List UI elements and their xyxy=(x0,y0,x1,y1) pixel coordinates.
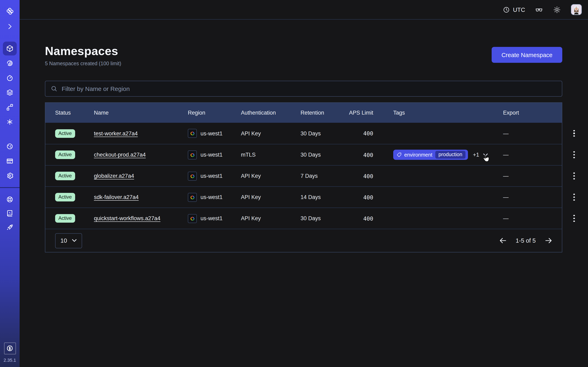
sidebar-nav-primary xyxy=(3,42,17,129)
sidebar-item-support[interactable] xyxy=(3,192,17,206)
next-page-button[interactable] xyxy=(544,236,553,245)
billing-card-icon xyxy=(6,157,14,165)
create-namespace-button[interactable]: Create Namespace xyxy=(492,47,562,63)
region-cell: us-west1 xyxy=(188,214,241,223)
status-badge: Active xyxy=(55,150,75,159)
retention-cell: 30 Days xyxy=(301,215,334,221)
table-footer: 10 1-5 of 5 xyxy=(45,229,562,252)
namespaces-page: 2.35.1 UTC Namespaces xyxy=(0,0,588,367)
row-menu-button[interactable] xyxy=(571,192,577,202)
theme-toggle-button[interactable] xyxy=(553,6,561,14)
row-menu-button[interactable] xyxy=(571,128,577,138)
auth-cell: API Key xyxy=(241,194,301,200)
sidebar-item-billing[interactable] xyxy=(3,154,17,168)
sidebar-nav-help xyxy=(3,192,17,234)
column-header-tags: Tags xyxy=(393,110,503,116)
gcp-cloud-icon xyxy=(188,193,197,202)
retention-cell: 30 Days xyxy=(301,130,334,136)
row-menu-button[interactable] xyxy=(571,150,577,160)
status-cell: Active xyxy=(55,214,94,223)
region-label: us-west1 xyxy=(200,215,223,221)
sidebar-item-schedules[interactable] xyxy=(3,71,17,85)
credits-dollar-badge-icon xyxy=(6,344,14,352)
table-row: Active test-worker.a27a4 us-west1 API Ke… xyxy=(45,123,562,144)
deployments-layers-icon xyxy=(6,89,14,97)
region-cell: us-west1 xyxy=(188,129,241,138)
tags-expand-chevron-icon[interactable] xyxy=(483,153,488,156)
name-cell: quickstart-workflows.a27a4 xyxy=(94,215,188,221)
column-header-export: Export xyxy=(503,110,536,116)
topbar: UTC xyxy=(20,0,588,20)
app-version: 2.35.1 xyxy=(3,358,16,363)
namespace-link[interactable]: checkout-prod.a27a4 xyxy=(94,152,146,158)
page-size-select[interactable]: 10 xyxy=(55,233,82,248)
sidebar-item-workflows[interactable] xyxy=(3,56,17,70)
timezone-label: UTC xyxy=(513,6,525,13)
status-cell: Active xyxy=(55,150,94,159)
prev-page-button[interactable] xyxy=(499,236,507,245)
status-badge: Active xyxy=(55,193,75,201)
main-content: Namespaces 5 Namespaces created (100 lim… xyxy=(20,20,588,367)
tag-chip[interactable]: environment production xyxy=(393,150,468,160)
getting-started-rocket-icon xyxy=(6,223,14,231)
namespaces-table: Status Name Region Authentication Retent… xyxy=(45,102,562,252)
row-menu-button[interactable] xyxy=(571,171,577,181)
gcp-cloud-icon xyxy=(188,129,197,138)
actions-cell xyxy=(536,128,577,138)
usage-gauge-icon xyxy=(6,142,14,150)
sidebar-expand-chevron-icon[interactable] xyxy=(3,20,17,33)
page-size-value: 10 xyxy=(61,237,67,244)
namespace-link[interactable]: globalizer.a27a4 xyxy=(94,173,134,179)
sidebar-item-namespaces[interactable] xyxy=(3,42,17,55)
export-cell: — xyxy=(503,173,536,179)
sidebar-item-docs[interactable] xyxy=(3,206,17,220)
region-cell: us-west1 xyxy=(188,193,241,202)
sidebar-nav-account xyxy=(3,140,17,183)
nexus-branch-icon xyxy=(6,103,14,111)
pager: 1-5 of 5 xyxy=(499,236,553,245)
labs-toggle-button[interactable] xyxy=(535,6,543,14)
user-avatar[interactable] xyxy=(571,4,582,15)
sidebar-item-usage[interactable] xyxy=(3,140,17,153)
column-header-authentication: Authentication xyxy=(241,110,301,116)
actions-cell xyxy=(536,171,577,181)
sidebar-item-deployments[interactable] xyxy=(3,86,17,100)
timezone-button[interactable]: UTC xyxy=(503,6,525,13)
column-header-name: Name xyxy=(94,110,188,116)
workflows-radar-icon xyxy=(6,59,14,67)
name-cell: globalizer.a27a4 xyxy=(94,173,188,179)
support-lifering-icon xyxy=(6,195,14,203)
aps-limit-cell: 400 xyxy=(334,151,373,158)
row-menu-button[interactable] xyxy=(571,213,577,224)
namespace-link[interactable]: test-worker.a27a4 xyxy=(94,130,138,136)
avatar-image xyxy=(571,4,581,15)
tag-value: production xyxy=(435,151,466,159)
namespace-link[interactable]: sdk-failover.a27a4 xyxy=(94,194,139,200)
schedules-timer-icon xyxy=(6,74,14,82)
retention-cell: 7 Days xyxy=(301,173,334,179)
aps-limit-cell: 400 xyxy=(334,130,373,137)
namespace-link[interactable]: quickstart-workflows.a27a4 xyxy=(94,215,160,221)
sidebar-item-getting-started[interactable] xyxy=(3,220,17,234)
sidebar-item-settings[interactable] xyxy=(3,169,17,183)
region-label: us-west1 xyxy=(200,194,223,200)
table-header-row: Status Name Region Authentication Retent… xyxy=(45,103,562,123)
column-header-region: Region xyxy=(188,110,241,116)
sidebar-item-batch[interactable] xyxy=(3,115,17,129)
pager-range: 1-5 of 5 xyxy=(516,237,536,244)
extra-tags-count: +1 xyxy=(473,152,479,158)
arrow-right-icon xyxy=(544,236,553,245)
gcp-cloud-icon xyxy=(188,150,197,159)
credits-button[interactable] xyxy=(4,342,16,354)
auth-cell: API Key xyxy=(241,173,301,179)
export-cell: — xyxy=(503,215,536,221)
filter-input[interactable] xyxy=(62,85,557,92)
page-header: Namespaces 5 Namespaces created (100 lim… xyxy=(45,44,562,67)
region-label: us-west1 xyxy=(200,173,223,179)
temporal-logo-icon[interactable] xyxy=(3,4,17,18)
auth-cell: mTLS xyxy=(241,152,301,158)
status-cell: Active xyxy=(55,172,94,180)
sidebar-item-nexus[interactable] xyxy=(3,100,17,114)
column-header-aps-limit: APS Limit xyxy=(334,110,373,116)
status-badge: Active xyxy=(55,129,75,138)
